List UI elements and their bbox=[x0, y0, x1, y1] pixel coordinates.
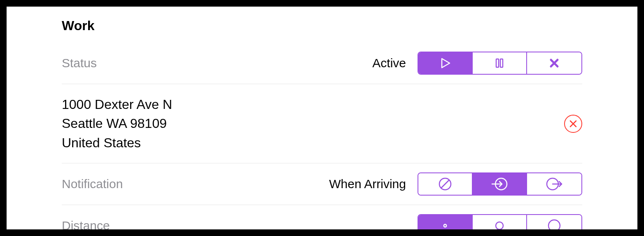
address-text: 1000 Dexter Ave N Seattle WA 98109 Unite… bbox=[62, 95, 172, 152]
distance-segmented-control bbox=[418, 214, 582, 229]
circle-small-icon bbox=[437, 217, 453, 229]
notification-label: Notification bbox=[62, 177, 123, 191]
notification-right: When Arriving bbox=[329, 172, 582, 196]
address-line-2: Seattle WA 98109 bbox=[62, 114, 172, 133]
arrow-out-icon bbox=[545, 176, 563, 192]
svg-point-10 bbox=[496, 222, 503, 229]
status-value: Active bbox=[372, 56, 406, 70]
delete-address-button[interactable] bbox=[564, 115, 582, 133]
svg-line-4 bbox=[441, 180, 449, 188]
circle-large-icon bbox=[546, 217, 562, 229]
notification-arriving-button[interactable] bbox=[473, 173, 527, 195]
svg-point-11 bbox=[548, 220, 560, 229]
notification-value: When Arriving bbox=[329, 177, 406, 191]
status-right: Active bbox=[372, 52, 582, 75]
location-detail-card: Work Status Active bbox=[7, 7, 637, 229]
distance-large-button[interactable] bbox=[527, 215, 581, 229]
prohibit-icon bbox=[437, 176, 453, 192]
pause-icon bbox=[492, 55, 507, 71]
close-icon bbox=[569, 119, 578, 128]
svg-marker-0 bbox=[442, 59, 450, 68]
svg-rect-2 bbox=[500, 59, 503, 67]
header: Work bbox=[7, 7, 637, 42]
content: Status Active bbox=[7, 42, 637, 229]
distance-medium-button[interactable] bbox=[473, 215, 527, 229]
status-cancel-button[interactable] bbox=[527, 52, 581, 74]
distance-right bbox=[418, 214, 582, 229]
arrow-in-icon bbox=[490, 176, 509, 192]
notification-none-button[interactable] bbox=[418, 173, 473, 195]
address-line-3: United States bbox=[62, 133, 172, 152]
status-row: Status Active bbox=[62, 42, 582, 84]
address-line-1: 1000 Dexter Ave N bbox=[62, 95, 172, 114]
distance-row: Distance bbox=[62, 205, 582, 229]
distance-small-button[interactable] bbox=[418, 215, 473, 229]
address-row: 1000 Dexter Ave N Seattle WA 98109 Unite… bbox=[62, 84, 582, 163]
page-title: Work bbox=[62, 18, 637, 33]
status-segmented-control bbox=[418, 52, 582, 75]
svg-point-9 bbox=[444, 224, 446, 227]
play-icon bbox=[437, 55, 453, 71]
notification-leaving-button[interactable] bbox=[527, 173, 581, 195]
status-play-button[interactable] bbox=[418, 52, 473, 74]
notification-segmented-control bbox=[418, 172, 582, 196]
status-pause-button[interactable] bbox=[473, 52, 527, 74]
distance-label: Distance bbox=[62, 219, 110, 229]
status-label: Status bbox=[62, 56, 97, 70]
notification-row: Notification When Arriving bbox=[62, 163, 582, 205]
svg-rect-1 bbox=[496, 59, 499, 67]
x-icon bbox=[546, 55, 562, 71]
circle-medium-icon bbox=[491, 217, 508, 229]
